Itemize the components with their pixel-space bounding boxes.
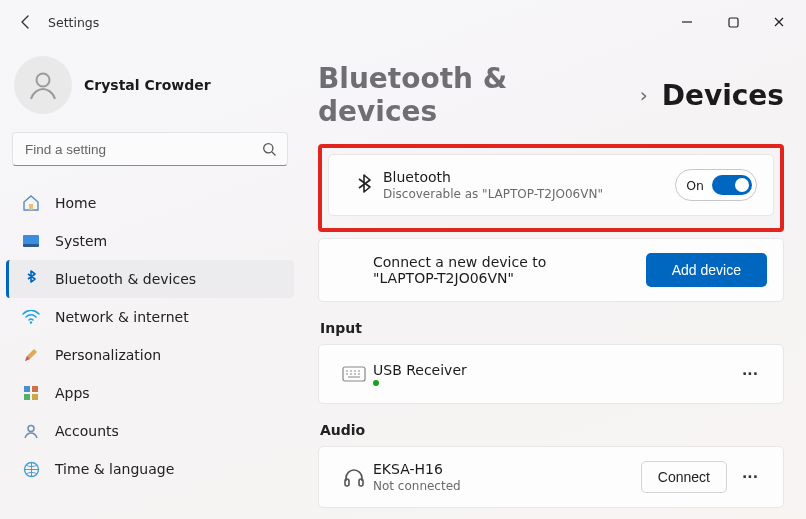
close-icon: [773, 16, 785, 28]
globe-clock-icon: [21, 459, 41, 479]
search-input[interactable]: [23, 141, 262, 158]
sidebar-item-label: Accounts: [55, 423, 119, 439]
section-heading-audio: Audio: [320, 422, 784, 438]
minimize-button[interactable]: [664, 7, 710, 37]
status-dot-connected: [373, 380, 379, 386]
accounts-icon: [21, 421, 41, 441]
sidebar-item-bluetooth-devices[interactable]: Bluetooth & devices: [6, 260, 294, 298]
profile[interactable]: Crystal Crowder: [6, 50, 294, 132]
user-icon: [25, 67, 61, 103]
svg-rect-15: [359, 479, 363, 486]
titlebar: Settings: [0, 0, 806, 44]
sidebar-item-personalization[interactable]: Personalization: [6, 336, 294, 374]
sidebar-item-network[interactable]: Network & internet: [6, 298, 294, 336]
nav-list: Home System Bluetooth & devices Network …: [6, 184, 294, 488]
toggle-label: On: [686, 178, 704, 193]
headphones-icon: [335, 467, 373, 487]
bluetooth-icon: [21, 269, 41, 289]
svg-rect-3: [29, 204, 33, 210]
apps-icon: [21, 383, 41, 403]
sidebar-item-label: System: [55, 233, 107, 249]
sidebar-item-accounts[interactable]: Accounts: [6, 412, 294, 450]
svg-rect-8: [32, 386, 38, 392]
chevron-right-icon: ›: [640, 83, 648, 107]
add-device-card: Connect a new device to "LAPTOP-T2JO06VN…: [318, 238, 784, 302]
svg-rect-9: [24, 394, 30, 400]
system-icon: [21, 231, 41, 251]
svg-rect-0: [729, 18, 738, 27]
toggle-switch-on: [712, 175, 752, 195]
svg-rect-7: [24, 386, 30, 392]
svg-rect-14: [345, 479, 349, 486]
main-content: Bluetooth & devices › Devices Bluetooth …: [300, 44, 806, 519]
device-row-eksa-h16[interactable]: EKSA-H16 Not connected Connect ···: [318, 446, 784, 508]
window-controls: [664, 7, 802, 37]
back-button[interactable]: [10, 6, 42, 38]
section-heading-input: Input: [320, 320, 784, 336]
bluetooth-toggle[interactable]: On: [675, 169, 757, 201]
keyboard-icon: [335, 366, 373, 382]
sidebar-item-label: Apps: [55, 385, 90, 401]
wifi-icon: [21, 307, 41, 327]
search-box[interactable]: [12, 132, 288, 166]
close-button[interactable]: [756, 7, 802, 37]
sidebar-item-label: Network & internet: [55, 309, 189, 325]
device-more-button[interactable]: ···: [733, 359, 767, 389]
bluetooth-icon: [345, 173, 383, 197]
sidebar-item-home[interactable]: Home: [6, 184, 294, 222]
connect-button[interactable]: Connect: [641, 461, 727, 493]
maximize-button[interactable]: [710, 7, 756, 37]
breadcrumb-parent[interactable]: Bluetooth & devices: [318, 62, 626, 128]
search-icon: [262, 142, 277, 157]
device-name: USB Receiver: [373, 362, 467, 378]
device-name: EKSA-H16: [373, 461, 461, 477]
sidebar-item-apps[interactable]: Apps: [6, 374, 294, 412]
sidebar: Crystal Crowder Home System Bluetooth & …: [0, 44, 300, 519]
arrow-left-icon: [18, 14, 34, 30]
svg-point-11: [28, 426, 34, 432]
breadcrumb: Bluetooth & devices › Devices: [318, 62, 784, 128]
highlight-annotation: Bluetooth Discoverable as "LAPTOP-T2JO06…: [318, 144, 784, 232]
svg-rect-5: [23, 244, 39, 247]
svg-point-1: [37, 74, 50, 87]
avatar: [14, 56, 72, 114]
window-title: Settings: [48, 15, 99, 30]
sidebar-item-system[interactable]: System: [6, 222, 294, 260]
add-device-text: Connect a new device to "LAPTOP-T2JO06VN…: [373, 254, 603, 286]
sidebar-item-label: Time & language: [55, 461, 174, 477]
bluetooth-title: Bluetooth: [383, 169, 603, 185]
svg-point-2: [264, 143, 273, 152]
profile-name: Crystal Crowder: [84, 77, 211, 93]
paintbrush-icon: [21, 345, 41, 365]
sidebar-item-label: Bluetooth & devices: [55, 271, 196, 287]
minimize-icon: [681, 16, 693, 28]
bluetooth-card: Bluetooth Discoverable as "LAPTOP-T2JO06…: [328, 154, 774, 216]
bluetooth-subtitle: Discoverable as "LAPTOP-T2JO06VN": [383, 187, 603, 201]
home-icon: [21, 193, 41, 213]
svg-rect-10: [32, 394, 38, 400]
svg-point-6: [30, 321, 32, 323]
maximize-icon: [728, 17, 739, 28]
device-row-usb-receiver[interactable]: USB Receiver ···: [318, 344, 784, 404]
device-status: Not connected: [373, 479, 461, 493]
sidebar-item-label: Home: [55, 195, 96, 211]
sidebar-item-time-language[interactable]: Time & language: [6, 450, 294, 488]
sidebar-item-label: Personalization: [55, 347, 161, 363]
device-more-button[interactable]: ···: [733, 462, 767, 492]
breadcrumb-current: Devices: [662, 79, 784, 112]
add-device-button[interactable]: Add device: [646, 253, 767, 287]
